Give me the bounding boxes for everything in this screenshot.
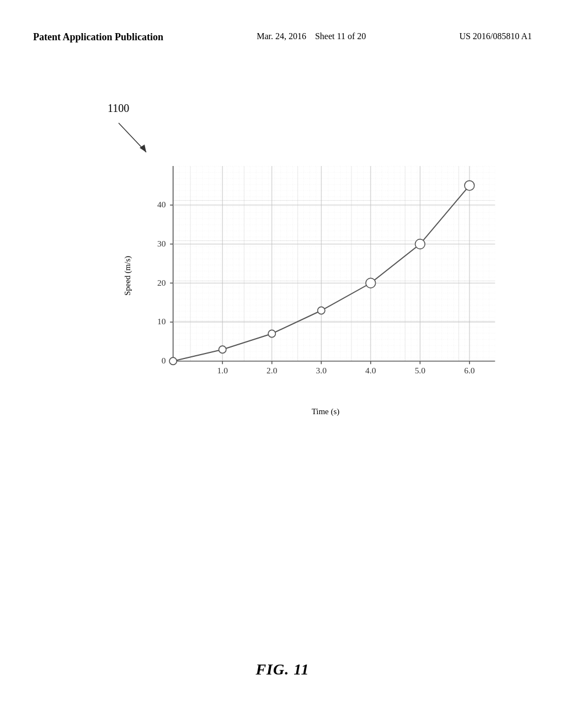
svg-text:3.0: 3.0: [316, 366, 327, 375]
svg-point-40: [268, 330, 275, 337]
svg-text:1.0: 1.0: [217, 366, 228, 375]
speed-time-chart: Speed (m/s) Time (s): [132, 160, 519, 392]
svg-text:6.0: 6.0: [464, 366, 475, 375]
svg-text:2.0: 2.0: [266, 366, 278, 375]
svg-point-42: [366, 278, 376, 288]
figure-caption: FIG. 11: [255, 661, 309, 678]
svg-text:30: 30: [157, 239, 166, 248]
svg-text:40: 40: [157, 200, 166, 209]
figure-reference-label: 1100: [108, 102, 129, 115]
svg-point-41: [318, 307, 325, 314]
svg-point-39: [219, 346, 226, 353]
svg-text:5.0: 5.0: [415, 366, 426, 375]
svg-point-44: [465, 181, 475, 191]
publication-number: US 2016/085810 A1: [459, 30, 532, 42]
svg-point-38: [169, 357, 177, 365]
svg-text:20: 20: [157, 278, 166, 287]
svg-text:0: 0: [162, 356, 166, 365]
publication-title: Patent Application Publication: [33, 30, 163, 44]
svg-text:4.0: 4.0: [365, 366, 376, 375]
y-axis-label: Speed (m/s): [123, 256, 132, 296]
svg-text:10: 10: [157, 317, 166, 326]
svg-rect-3: [173, 166, 495, 361]
x-axis-label: Time (s): [312, 407, 340, 416]
publication-date-sheet: Mar. 24, 2016 Sheet 11 of 20: [257, 30, 366, 42]
svg-point-43: [415, 239, 425, 249]
figure-arrow: [116, 120, 154, 161]
